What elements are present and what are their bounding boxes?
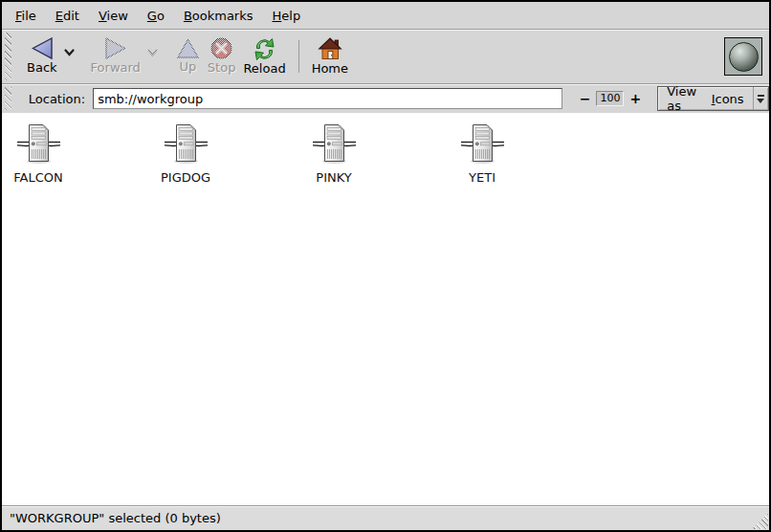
toolbar-separator [298,40,299,73]
file-view[interactable]: FALCON PIGDOG PINKY YETI [2,113,769,505]
menu-file[interactable]: File [6,5,46,27]
view-as-label: View as Icons [658,87,752,110]
menu-help[interactable]: Help [263,5,311,27]
location-bar-drag-handle[interactable] [5,87,11,110]
network-server-icon [164,122,209,167]
chevron-down-icon [147,49,158,56]
home-button[interactable]: Home [308,34,352,79]
file-item-label: PIGDOG [161,170,210,185]
zoom-level-indicator: 100 [596,91,624,106]
forward-history-dropdown [144,49,161,56]
back-history-dropdown[interactable] [61,49,77,56]
network-server-icon [16,122,61,167]
menu-bookmarks[interactable]: Bookmarks [174,5,263,27]
forward-icon [103,36,128,60]
resize-grip[interactable] [752,513,768,529]
view-as-dropdown[interactable]: View as Icons [657,86,769,111]
file-item-label: YETI [469,170,496,185]
back-icon [30,36,55,60]
throbber-globe-icon [729,42,759,72]
chevron-down-icon [64,45,75,59]
file-item-label: FALCON [13,170,62,185]
location-input[interactable] [93,88,562,109]
forward-button: Forward [87,34,144,78]
status-bar: "WORKGROUP" selected (0 bytes) [2,505,769,530]
stop-icon [209,36,233,60]
server-item-pigdog[interactable]: PIGDOG [133,122,238,185]
stop-button: Stop [204,34,240,78]
menu-edit[interactable]: Edit [46,5,89,27]
server-item-falcon[interactable]: FALCON [0,122,91,185]
location-bar: Location: − 100 + View as Icons [2,83,769,113]
zoom-out-button[interactable]: − [576,91,595,106]
menu-view[interactable]: View [89,5,138,27]
zoom-controls: − 100 + [576,91,645,106]
server-item-yeti[interactable]: YETI [430,122,535,185]
menu-go[interactable]: Go [138,5,174,27]
home-icon [318,36,342,61]
file-manager-window: File Edit View Go Bookmarks Help Back Fo… [0,0,771,532]
throbber [724,37,762,76]
up-button: Up [172,35,204,78]
menu-bar: File Edit View Go Bookmarks Help [2,2,769,29]
up-icon [176,37,200,59]
file-item-label: PINKY [316,170,351,185]
server-item-pinky[interactable]: PINKY [281,122,386,185]
status-text: "WORKGROUP" selected (0 bytes) [10,511,221,525]
zoom-in-button[interactable]: + [626,91,645,106]
network-server-icon [460,122,505,167]
reload-button[interactable]: Reload [239,34,289,79]
toolbar: Back Forward Up [2,29,769,83]
back-button[interactable]: Back [23,34,61,78]
toolbar-drag-handle[interactable] [5,33,11,80]
network-server-icon [312,122,357,167]
dropdown-arrow-icon [753,87,768,110]
reload-icon [252,36,277,61]
location-label: Location: [29,92,85,106]
